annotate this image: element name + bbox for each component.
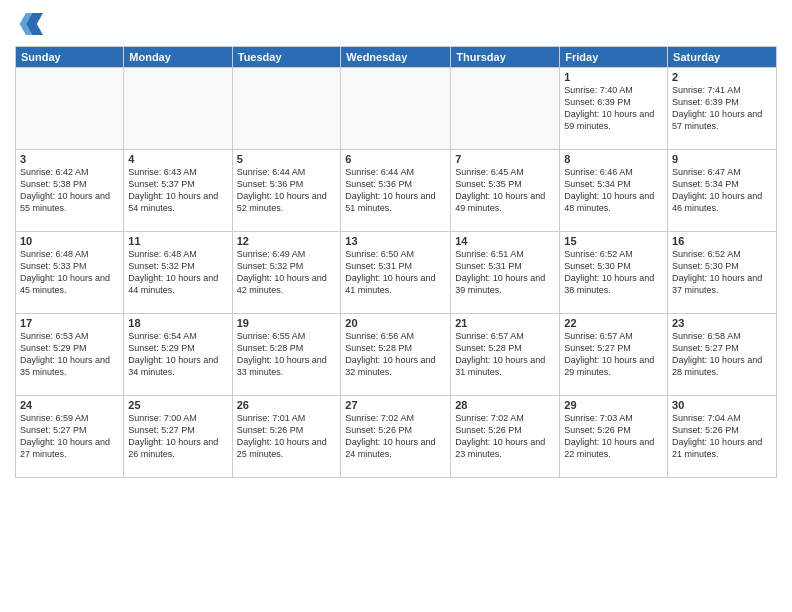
day-info: Sunrise: 6:45 AM Sunset: 5:35 PM Dayligh… bbox=[455, 166, 555, 215]
day-number: 5 bbox=[237, 153, 337, 165]
calendar-day-cell: 8Sunrise: 6:46 AM Sunset: 5:34 PM Daylig… bbox=[560, 150, 668, 232]
day-info: Sunrise: 6:48 AM Sunset: 5:32 PM Dayligh… bbox=[128, 248, 227, 297]
day-number: 1 bbox=[564, 71, 663, 83]
logo bbox=[15, 10, 45, 38]
day-number: 12 bbox=[237, 235, 337, 247]
day-info: Sunrise: 6:57 AM Sunset: 5:28 PM Dayligh… bbox=[455, 330, 555, 379]
day-number: 17 bbox=[20, 317, 119, 329]
header bbox=[15, 10, 777, 38]
calendar-day-cell: 4Sunrise: 6:43 AM Sunset: 5:37 PM Daylig… bbox=[124, 150, 232, 232]
day-number: 18 bbox=[128, 317, 227, 329]
calendar-header-row: SundayMondayTuesdayWednesdayThursdayFrid… bbox=[16, 47, 777, 68]
calendar-day-cell: 16Sunrise: 6:52 AM Sunset: 5:30 PM Dayli… bbox=[668, 232, 777, 314]
calendar-day-cell bbox=[124, 68, 232, 150]
day-number: 8 bbox=[564, 153, 663, 165]
day-number: 27 bbox=[345, 399, 446, 411]
day-number: 20 bbox=[345, 317, 446, 329]
calendar-week-row: 10Sunrise: 6:48 AM Sunset: 5:33 PM Dayli… bbox=[16, 232, 777, 314]
day-number: 16 bbox=[672, 235, 772, 247]
calendar-day-cell: 3Sunrise: 6:42 AM Sunset: 5:38 PM Daylig… bbox=[16, 150, 124, 232]
calendar-day-cell: 10Sunrise: 6:48 AM Sunset: 5:33 PM Dayli… bbox=[16, 232, 124, 314]
day-number: 10 bbox=[20, 235, 119, 247]
day-number: 14 bbox=[455, 235, 555, 247]
day-info: Sunrise: 6:54 AM Sunset: 5:29 PM Dayligh… bbox=[128, 330, 227, 379]
day-info: Sunrise: 6:52 AM Sunset: 5:30 PM Dayligh… bbox=[564, 248, 663, 297]
day-info: Sunrise: 7:02 AM Sunset: 5:26 PM Dayligh… bbox=[345, 412, 446, 461]
logo-icon bbox=[15, 10, 43, 38]
day-info: Sunrise: 6:50 AM Sunset: 5:31 PM Dayligh… bbox=[345, 248, 446, 297]
calendar-day-cell: 13Sunrise: 6:50 AM Sunset: 5:31 PM Dayli… bbox=[341, 232, 451, 314]
calendar-day-cell: 29Sunrise: 7:03 AM Sunset: 5:26 PM Dayli… bbox=[560, 396, 668, 478]
calendar-day-cell: 15Sunrise: 6:52 AM Sunset: 5:30 PM Dayli… bbox=[560, 232, 668, 314]
calendar-day-cell: 24Sunrise: 6:59 AM Sunset: 5:27 PM Dayli… bbox=[16, 396, 124, 478]
day-info: Sunrise: 7:00 AM Sunset: 5:27 PM Dayligh… bbox=[128, 412, 227, 461]
day-info: Sunrise: 6:55 AM Sunset: 5:28 PM Dayligh… bbox=[237, 330, 337, 379]
day-info: Sunrise: 6:48 AM Sunset: 5:33 PM Dayligh… bbox=[20, 248, 119, 297]
day-info: Sunrise: 7:02 AM Sunset: 5:26 PM Dayligh… bbox=[455, 412, 555, 461]
calendar-day-cell: 12Sunrise: 6:49 AM Sunset: 5:32 PM Dayli… bbox=[232, 232, 341, 314]
day-of-week-header: Saturday bbox=[668, 47, 777, 68]
day-of-week-header: Tuesday bbox=[232, 47, 341, 68]
day-number: 29 bbox=[564, 399, 663, 411]
day-info: Sunrise: 6:44 AM Sunset: 5:36 PM Dayligh… bbox=[237, 166, 337, 215]
calendar-day-cell: 17Sunrise: 6:53 AM Sunset: 5:29 PM Dayli… bbox=[16, 314, 124, 396]
calendar-table: SundayMondayTuesdayWednesdayThursdayFrid… bbox=[15, 46, 777, 478]
calendar-day-cell: 20Sunrise: 6:56 AM Sunset: 5:28 PM Dayli… bbox=[341, 314, 451, 396]
day-number: 3 bbox=[20, 153, 119, 165]
day-info: Sunrise: 7:03 AM Sunset: 5:26 PM Dayligh… bbox=[564, 412, 663, 461]
calendar-day-cell: 1Sunrise: 7:40 AM Sunset: 6:39 PM Daylig… bbox=[560, 68, 668, 150]
calendar-day-cell: 6Sunrise: 6:44 AM Sunset: 5:36 PM Daylig… bbox=[341, 150, 451, 232]
day-number: 7 bbox=[455, 153, 555, 165]
calendar-day-cell bbox=[232, 68, 341, 150]
day-number: 13 bbox=[345, 235, 446, 247]
day-number: 11 bbox=[128, 235, 227, 247]
day-of-week-header: Sunday bbox=[16, 47, 124, 68]
calendar-week-row: 24Sunrise: 6:59 AM Sunset: 5:27 PM Dayli… bbox=[16, 396, 777, 478]
day-info: Sunrise: 7:04 AM Sunset: 5:26 PM Dayligh… bbox=[672, 412, 772, 461]
day-info: Sunrise: 6:51 AM Sunset: 5:31 PM Dayligh… bbox=[455, 248, 555, 297]
day-info: Sunrise: 6:49 AM Sunset: 5:32 PM Dayligh… bbox=[237, 248, 337, 297]
day-number: 4 bbox=[128, 153, 227, 165]
calendar-day-cell: 25Sunrise: 7:00 AM Sunset: 5:27 PM Dayli… bbox=[124, 396, 232, 478]
calendar-week-row: 17Sunrise: 6:53 AM Sunset: 5:29 PM Dayli… bbox=[16, 314, 777, 396]
calendar-day-cell: 19Sunrise: 6:55 AM Sunset: 5:28 PM Dayli… bbox=[232, 314, 341, 396]
calendar-day-cell bbox=[341, 68, 451, 150]
day-of-week-header: Monday bbox=[124, 47, 232, 68]
day-info: Sunrise: 6:46 AM Sunset: 5:34 PM Dayligh… bbox=[564, 166, 663, 215]
day-of-week-header: Wednesday bbox=[341, 47, 451, 68]
day-number: 28 bbox=[455, 399, 555, 411]
calendar-day-cell: 9Sunrise: 6:47 AM Sunset: 5:34 PM Daylig… bbox=[668, 150, 777, 232]
calendar-week-row: 3Sunrise: 6:42 AM Sunset: 5:38 PM Daylig… bbox=[16, 150, 777, 232]
calendar-day-cell: 27Sunrise: 7:02 AM Sunset: 5:26 PM Dayli… bbox=[341, 396, 451, 478]
day-info: Sunrise: 6:53 AM Sunset: 5:29 PM Dayligh… bbox=[20, 330, 119, 379]
day-of-week-header: Friday bbox=[560, 47, 668, 68]
calendar-day-cell: 26Sunrise: 7:01 AM Sunset: 5:26 PM Dayli… bbox=[232, 396, 341, 478]
day-number: 25 bbox=[128, 399, 227, 411]
calendar-week-row: 1Sunrise: 7:40 AM Sunset: 6:39 PM Daylig… bbox=[16, 68, 777, 150]
day-info: Sunrise: 6:42 AM Sunset: 5:38 PM Dayligh… bbox=[20, 166, 119, 215]
page: SundayMondayTuesdayWednesdayThursdayFrid… bbox=[0, 0, 792, 612]
day-number: 19 bbox=[237, 317, 337, 329]
day-info: Sunrise: 6:57 AM Sunset: 5:27 PM Dayligh… bbox=[564, 330, 663, 379]
calendar-day-cell: 21Sunrise: 6:57 AM Sunset: 5:28 PM Dayli… bbox=[451, 314, 560, 396]
calendar-day-cell bbox=[16, 68, 124, 150]
day-number: 15 bbox=[564, 235, 663, 247]
day-info: Sunrise: 6:56 AM Sunset: 5:28 PM Dayligh… bbox=[345, 330, 446, 379]
day-info: Sunrise: 6:43 AM Sunset: 5:37 PM Dayligh… bbox=[128, 166, 227, 215]
day-info: Sunrise: 7:41 AM Sunset: 6:39 PM Dayligh… bbox=[672, 84, 772, 133]
day-number: 21 bbox=[455, 317, 555, 329]
calendar-day-cell: 11Sunrise: 6:48 AM Sunset: 5:32 PM Dayli… bbox=[124, 232, 232, 314]
day-number: 2 bbox=[672, 71, 772, 83]
day-number: 23 bbox=[672, 317, 772, 329]
calendar-day-cell: 18Sunrise: 6:54 AM Sunset: 5:29 PM Dayli… bbox=[124, 314, 232, 396]
calendar-day-cell: 5Sunrise: 6:44 AM Sunset: 5:36 PM Daylig… bbox=[232, 150, 341, 232]
day-of-week-header: Thursday bbox=[451, 47, 560, 68]
day-number: 26 bbox=[237, 399, 337, 411]
day-number: 24 bbox=[20, 399, 119, 411]
calendar-day-cell bbox=[451, 68, 560, 150]
calendar-day-cell: 2Sunrise: 7:41 AM Sunset: 6:39 PM Daylig… bbox=[668, 68, 777, 150]
day-info: Sunrise: 6:47 AM Sunset: 5:34 PM Dayligh… bbox=[672, 166, 772, 215]
day-info: Sunrise: 6:52 AM Sunset: 5:30 PM Dayligh… bbox=[672, 248, 772, 297]
day-info: Sunrise: 6:44 AM Sunset: 5:36 PM Dayligh… bbox=[345, 166, 446, 215]
calendar-day-cell: 28Sunrise: 7:02 AM Sunset: 5:26 PM Dayli… bbox=[451, 396, 560, 478]
